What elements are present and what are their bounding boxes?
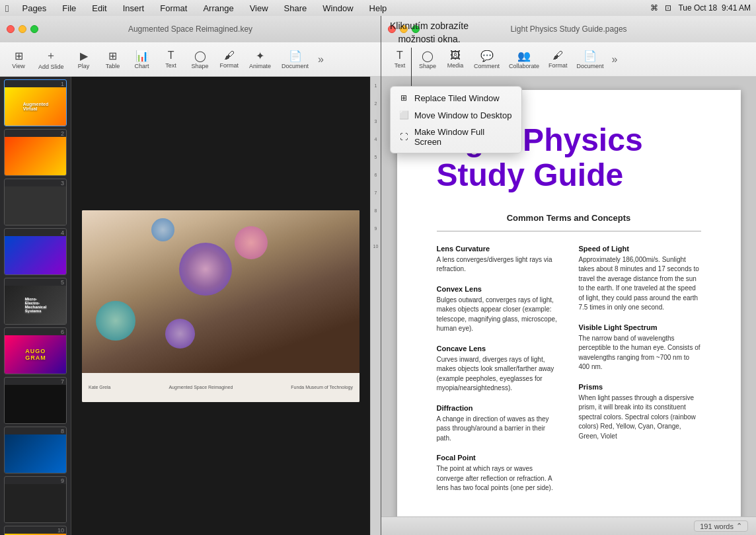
minimize-button-right[interactable] xyxy=(400,25,408,33)
context-menu-move-label: Move Window to Desktop xyxy=(414,110,511,120)
menu-help[interactable]: Help xyxy=(367,3,390,13)
caption-right: Funda Museum of Technology xyxy=(291,385,353,390)
slide-thumb-4[interactable]: 4 xyxy=(4,228,67,275)
maximize-button-left[interactable] xyxy=(30,25,38,33)
menubar-right: ⌘ ⊡ Tue Oct 18 9:41 AM xyxy=(650,3,751,13)
toolbar-format[interactable]: 🖌 Format xyxy=(216,47,243,71)
caption-left: Kate Grela xyxy=(89,385,110,390)
slide-thumb-3[interactable]: 3 xyxy=(4,179,67,226)
context-menu: ⊞ Replace Tiled Window ⬜ Move Window to … xyxy=(390,86,522,153)
doc-entry-diffraction: Diffraction A change in direction of wav… xyxy=(437,404,559,444)
context-menu-item-replace[interactable]: ⊞ Replace Tiled Window xyxy=(391,89,521,106)
slide-orb-cyan xyxy=(96,301,135,341)
pages-titlebar: Light Physics Study Guide.pages xyxy=(381,16,756,42)
doc-entry-concave: Concave Lens Curves inward, diverges ray… xyxy=(437,345,559,393)
slide-img-4 xyxy=(5,236,67,274)
term-concave: Concave Lens xyxy=(437,345,559,352)
fullscreen-icon: ⛶ xyxy=(398,132,409,142)
slide-img-6: AUGOGRAM xyxy=(5,335,67,374)
doc-divider xyxy=(437,231,701,231)
term-diffraction: Diffraction xyxy=(437,404,559,412)
minimize-button-left[interactable] xyxy=(19,25,26,33)
doc-entry-visible: Visible Light Spectrum The narrow band o… xyxy=(579,323,701,372)
toolbar-document[interactable]: 📄 Document xyxy=(278,47,313,72)
term-convex: Convex Lens xyxy=(437,285,559,293)
maximize-button-right[interactable] xyxy=(412,25,420,33)
slide-num-8: 8 xyxy=(5,427,66,434)
toolbar-view[interactable]: ⊞ View xyxy=(5,47,32,72)
doc-entry-speed: Speed of Light Approximately 186,000mi/s… xyxy=(579,245,701,313)
context-menu-item-move[interactable]: ⬜ Move Window to Desktop xyxy=(391,106,521,124)
context-menu-replace-label: Replace Tiled Window xyxy=(414,93,500,103)
slides-panel[interactable]: 1 AugmentedVirtual 2 3 4 xyxy=(0,77,71,535)
slide-thumb-9[interactable]: 9 xyxy=(4,476,67,523)
slide-num-9: 9 xyxy=(5,477,66,484)
caption-center: Augmented Space Reimagined xyxy=(169,385,233,390)
pages-toolbar-shape[interactable]: ◯ Shape xyxy=(414,47,441,72)
slide-thumb-8[interactable]: 8 xyxy=(4,427,67,473)
slide-canvas-inner: Kate Grela Augmented Space Reimagined Fu… xyxy=(82,210,359,402)
context-menu-item-fullscreen[interactable]: ⛶ Make Window Full Screen xyxy=(391,124,521,150)
pages-toolbar-comment[interactable]: 💬 Comment xyxy=(470,47,504,72)
menu-edit[interactable]: Edit xyxy=(89,3,109,13)
traffic-lights-right xyxy=(388,25,420,33)
slide-orb-purple xyxy=(165,319,195,349)
vertical-ruler: 1 2 3 4 5 6 7 8 9 10 xyxy=(370,77,381,535)
keynote-titlebar: Augmented Space Reimagined.key xyxy=(0,16,381,42)
toolbar-chart[interactable]: 📊 Chart xyxy=(129,47,155,72)
menu-file[interactable]: File xyxy=(59,3,79,13)
slide-thumb-6[interactable]: 6 AUGOGRAM xyxy=(4,327,67,374)
slide-view: Kate Grela Augmented Space Reimagined Fu… xyxy=(71,77,370,535)
word-count-badge[interactable]: 191 words ⌃ xyxy=(694,520,748,532)
doc-column-left: Lens Curvature A lens converges/diverges… xyxy=(437,245,559,504)
def-concave: Curves inward, diverges rays of light, m… xyxy=(437,355,559,393)
pages-toolbar-more[interactable]: » xyxy=(609,51,621,68)
def-visible: The narrow band of wavelengths perceptib… xyxy=(579,334,701,372)
pages-toolbar: T Text ◯ Shape 🖼 Media 💬 Comment 👥 Colla… xyxy=(381,42,756,77)
close-button-right[interactable] xyxy=(388,25,396,33)
pages-toolbar-media[interactable]: 🖼 Media xyxy=(442,47,469,71)
menu-insert[interactable]: Insert xyxy=(120,3,147,13)
slide-num-5: 5 xyxy=(5,278,66,286)
slide-thumb-7[interactable]: 7 xyxy=(4,377,67,424)
slide-orb-teal xyxy=(151,218,174,241)
toolbar-shape[interactable]: ◯ Shape xyxy=(187,47,213,72)
toolbar-table[interactable]: ⊞ Table xyxy=(100,47,126,72)
slide-num-2: 2 xyxy=(5,130,66,137)
menu-arrange[interactable]: Arrange xyxy=(200,3,236,13)
doc-entry-focal: Focal Point The point at which rays or w… xyxy=(437,454,559,493)
menu-format[interactable]: Format xyxy=(157,3,190,13)
pages-statusbar: 191 words ⌃ xyxy=(381,516,756,535)
slide-thumb-2[interactable]: 2 xyxy=(4,129,67,176)
slide-thumb-5[interactable]: 5 Micro-Electro-MechanicalSystems xyxy=(4,278,67,325)
menu-share[interactable]: Share xyxy=(282,3,310,13)
def-focal: The point at which rays or waves converg… xyxy=(437,464,559,493)
menu-pages[interactable]: Pages xyxy=(19,3,49,13)
word-count-chevron: ⌃ xyxy=(736,522,742,530)
pages-toolbar-format[interactable]: 🖌 Format xyxy=(545,47,572,71)
pages-toolbar-collaborate[interactable]: 👥 Collaborate xyxy=(505,47,543,72)
close-button-left[interactable] xyxy=(7,25,15,33)
slide-num-1: 1 xyxy=(5,80,66,87)
apple-menu[interactable]:  xyxy=(5,3,9,14)
keynote-window: Augmented Space Reimagined.key ⊞ View ＋ … xyxy=(0,16,381,535)
term-lens-curvature: Lens Curvature xyxy=(437,245,559,253)
doc-entry-prisms: Prisms When light passes through a dispe… xyxy=(579,383,701,442)
slide-thumb-10[interactable]: 10 MovingPortraits xyxy=(4,526,67,535)
word-count-label: 191 words xyxy=(700,522,734,530)
toolbar-text[interactable]: T Text xyxy=(158,47,184,71)
move-window-icon: ⬜ xyxy=(398,110,409,120)
toolbar-more[interactable]: » xyxy=(315,51,326,68)
term-focal: Focal Point xyxy=(437,454,559,462)
slide-thumb-1[interactable]: 1 AugmentedVirtual xyxy=(4,79,67,126)
menu-view[interactable]: View xyxy=(247,3,271,13)
menu-window[interactable]: Window xyxy=(320,3,356,13)
doc-column-right: Speed of Light Approximately 186,000mi/s… xyxy=(579,245,701,504)
pages-toolbar-text[interactable]: T Text xyxy=(387,47,413,71)
keynote-title: Augmented Space Reimagined.key xyxy=(128,24,252,34)
toolbar-add-slide[interactable]: ＋ Add Slide xyxy=(34,46,68,73)
term-prisms: Prisms xyxy=(579,383,701,391)
toolbar-play[interactable]: ▶ Play xyxy=(71,47,97,72)
pages-toolbar-document[interactable]: 📄 Document xyxy=(573,47,608,72)
toolbar-animate[interactable]: ✦ Animate xyxy=(245,47,275,72)
